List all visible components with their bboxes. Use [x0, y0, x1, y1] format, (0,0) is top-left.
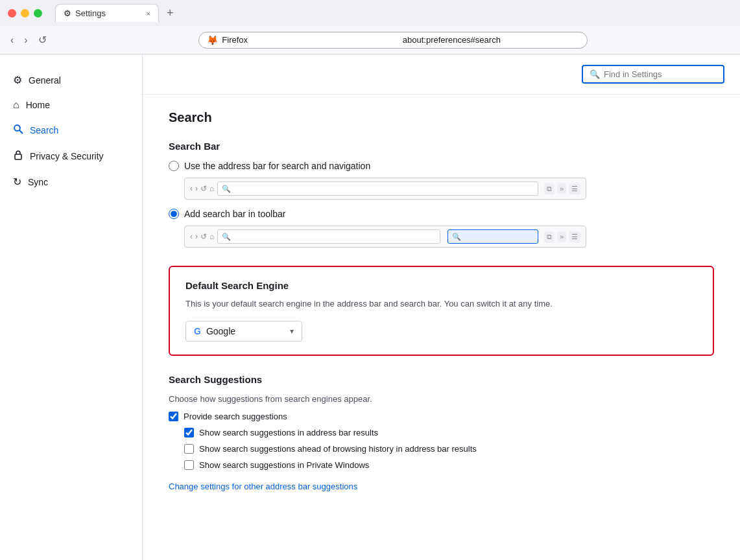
engine-name: Google	[206, 326, 285, 336]
mockup-search-highlighted: 🔍	[448, 229, 538, 244]
back-button[interactable]: ‹	[8, 33, 16, 47]
checkbox-private-windows-input[interactable]	[184, 460, 194, 470]
reload-button[interactable]: ↺	[36, 32, 49, 47]
mockup-nav-icons: ‹ › ↺ ⌂	[190, 184, 214, 193]
tab-bar: ⚙ Settings × +	[50, 4, 184, 22]
default-engine-desc: This is your default search engine in th…	[185, 298, 697, 310]
mockup-back-icon: ‹	[190, 184, 193, 193]
search-nav-icon	[13, 124, 23, 137]
forward-button[interactable]: ›	[21, 33, 30, 47]
sidebar-label-general: General	[29, 75, 61, 86]
default-engine-section: Default Search Engine This is your defau…	[169, 266, 714, 356]
mockup-ext-icon: »	[557, 183, 566, 194]
radio-search-bar-label: Add search bar in toolbar	[184, 209, 285, 219]
checkbox-provide-suggestions-label: Provide search suggestions	[184, 412, 287, 421]
close-button[interactable]	[8, 9, 16, 18]
checkbox-provide-suggestions-input[interactable]	[169, 412, 178, 421]
checkbox-address-bar-suggestions[interactable]: Show search suggestions in address bar r…	[184, 428, 714, 438]
mockup-tab-icon: ⧉	[544, 183, 555, 194]
mockup-forward-icon-2: ›	[195, 232, 198, 241]
find-input-wrapper[interactable]: 🔍	[582, 65, 724, 84]
find-settings-bar: 🔍	[143, 54, 740, 95]
checkbox-provide-suggestions[interactable]: Provide search suggestions	[169, 412, 714, 421]
mockup-highlighted-icon: 🔍	[452, 233, 461, 241]
radio-address-bar-input[interactable]	[169, 161, 179, 171]
radio-search-bar[interactable]: Add search bar in toolbar	[169, 209, 714, 219]
checkbox-address-bar-input[interactable]	[184, 428, 194, 438]
mockup-search-icon-1: 🔍	[222, 185, 231, 193]
checkbox-browsing-history-label: Show search suggestions ahead of browsin…	[199, 444, 477, 454]
search-bar-section: Search Bar Use the address bar for searc…	[169, 141, 714, 248]
window-controls	[8, 9, 42, 18]
sync-icon: ↻	[13, 176, 21, 188]
search-bar-title: Search Bar	[169, 141, 714, 152]
svg-line-1	[19, 130, 23, 134]
tab-close-icon[interactable]: ×	[147, 10, 150, 18]
mockup-reload-icon: ↺	[200, 184, 207, 193]
sidebar-item-privacy[interactable]: Privacy & Security	[0, 143, 142, 169]
suggestions-title: Search Suggestions	[169, 374, 714, 385]
mockup-forward-icon: ›	[195, 184, 198, 193]
sidebar-label-sync: Sync	[28, 177, 48, 187]
firefox-icon: 🦊	[207, 35, 218, 45]
mockup-menu-icon-2: ☰	[569, 231, 580, 242]
sidebar-item-general[interactable]: ⚙ General	[0, 67, 142, 93]
svg-rect-2	[15, 154, 21, 159]
browser-mockup-1: ‹ › ↺ ⌂ 🔍 ⧉ » ☰	[184, 178, 586, 200]
checkbox-address-bar-label: Show search suggestions in address bar r…	[199, 428, 378, 438]
checkbox-browsing-history-input[interactable]	[184, 444, 194, 454]
page-title: Search	[169, 110, 714, 125]
default-engine-title: Default Search Engine	[185, 280, 697, 291]
find-icon: 🔍	[590, 69, 600, 79]
mockup-url-area-1: 🔍	[217, 181, 538, 196]
google-icon: G	[194, 326, 201, 336]
suggestions-desc: Choose how suggestions from search engin…	[169, 394, 714, 404]
mockup-home-icon: ⌂	[209, 184, 214, 193]
sidebar: ⚙ General ⌂ Home Search Privacy	[0, 54, 143, 560]
mockup-nav-icons-2: ‹ › ↺ ⌂	[190, 232, 214, 241]
mockup-home-icon-2: ⌂	[209, 232, 214, 241]
checkbox-private-windows[interactable]: Show search suggestions in Private Windo…	[184, 460, 714, 470]
right-pane: 🔍 Search Search Bar Use the address bar …	[143, 54, 740, 560]
search-suggestions-section: Search Suggestions Choose how suggestion…	[169, 374, 714, 491]
address-bar[interactable]: 🦊 Firefox about:preferences#search	[198, 32, 588, 49]
sidebar-item-search[interactable]: Search	[0, 117, 142, 143]
radio-search-bar-input[interactable]	[169, 209, 179, 219]
sidebar-item-home[interactable]: ⌂ Home	[0, 93, 142, 117]
mockup-reload-icon-2: ↺	[200, 232, 207, 241]
sidebar-label-privacy: Privacy & Security	[30, 151, 104, 161]
tab-title: Settings	[75, 8, 140, 18]
new-tab-button[interactable]: +	[161, 5, 179, 21]
mockup-tab-icon-2: ⧉	[544, 231, 555, 242]
radio-address-bar-label: Use the address bar for search and navig…	[184, 161, 370, 171]
checkbox-private-windows-label: Show search suggestions in Private Windo…	[199, 460, 369, 470]
main-content: Search Search Bar Use the address bar fo…	[143, 95, 740, 560]
settings-tab[interactable]: ⚙ Settings ×	[55, 4, 159, 22]
maximize-button[interactable]	[34, 9, 42, 18]
home-icon: ⌂	[13, 99, 19, 111]
engine-dropdown[interactable]: G Google ▾	[185, 321, 302, 342]
find-settings-input[interactable]	[604, 69, 717, 79]
mockup-ext-icon-2: »	[557, 231, 566, 242]
general-icon: ⚙	[13, 74, 22, 86]
sidebar-label-home: Home	[26, 100, 50, 110]
nav-bar: ‹ › ↺ 🦊 Firefox about:preferences#search	[0, 26, 740, 54]
mockup-search-icon-2: 🔍	[222, 233, 231, 241]
mockup-url-area-2: 🔍	[217, 229, 440, 244]
tab-icon: ⚙	[64, 8, 71, 18]
minimize-button[interactable]	[21, 9, 29, 18]
sidebar-item-sync[interactable]: ↻ Sync	[0, 169, 142, 194]
change-settings-link[interactable]: Change settings for other address bar su…	[169, 482, 357, 491]
lock-icon	[13, 150, 23, 163]
mockup-back-icon-2: ‹	[190, 232, 193, 241]
mockup-menu-icon: ☰	[569, 183, 580, 194]
sidebar-label-search: Search	[30, 125, 58, 135]
address-prefix: Firefox	[222, 35, 399, 45]
checkbox-browsing-history[interactable]: Show search suggestions ahead of browsin…	[184, 444, 714, 454]
radio-address-bar[interactable]: Use the address bar for search and navig…	[169, 161, 714, 171]
mockup-icons-1: ⧉ » ☰	[544, 183, 580, 194]
browser-mockup-2: ‹ › ↺ ⌂ 🔍 🔍 ⧉ » ☰	[184, 226, 586, 248]
address-url: about:preferences#search	[403, 35, 580, 45]
mockup-icons-2: ⧉ » ☰	[544, 231, 580, 242]
dropdown-arrow-icon: ▾	[290, 327, 294, 336]
